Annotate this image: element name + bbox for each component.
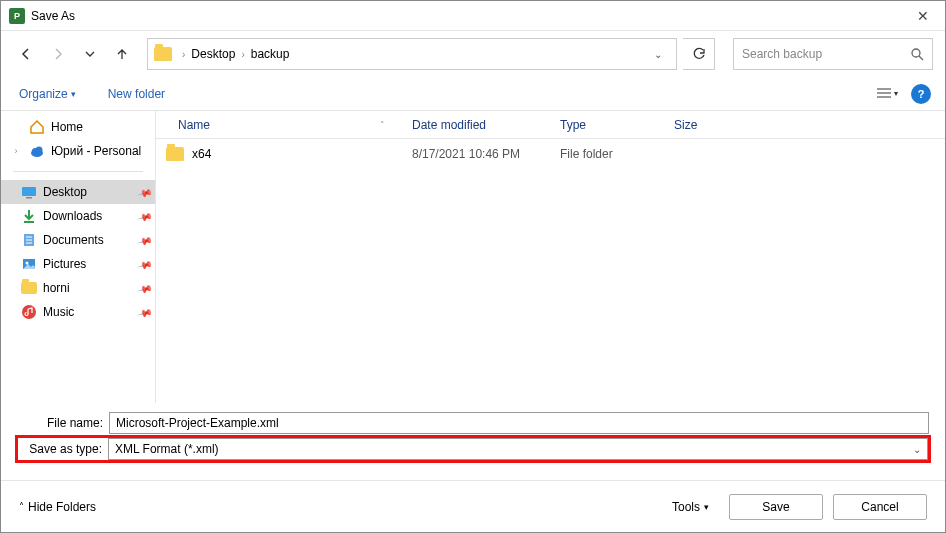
- sidebar-item-downloads[interactable]: Downloads 📌: [1, 204, 155, 228]
- file-name: x64: [192, 147, 211, 161]
- filename-label: File name:: [17, 416, 109, 430]
- up-button[interactable]: [109, 41, 135, 67]
- sidebar-item-label: Юрий - Personal: [51, 144, 141, 158]
- save-as-type-label: Save as type:: [18, 442, 108, 456]
- sidebar-item-label: Home: [51, 120, 83, 134]
- sidebar-item-label: Desktop: [43, 185, 87, 199]
- refresh-button[interactable]: [683, 38, 715, 70]
- organize-menu[interactable]: Organize▾: [15, 85, 80, 103]
- folder-icon: [154, 47, 172, 61]
- sidebar-item-label: Pictures: [43, 257, 86, 271]
- save-as-type-value: XML Format (*.xml): [115, 442, 219, 456]
- address-bar[interactable]: › Desktop › backup ⌄: [147, 38, 677, 70]
- document-icon: [21, 232, 37, 248]
- search-placeholder: Search backup: [742, 47, 822, 61]
- column-headers[interactable]: Name˄ Date modified Type Size: [156, 111, 945, 139]
- search-icon: [910, 47, 924, 61]
- file-date: 8/17/2021 10:46 PM: [402, 147, 550, 161]
- view-mode-button[interactable]: ▾: [873, 82, 901, 106]
- recent-dropdown-icon[interactable]: [77, 41, 103, 67]
- folder-icon: [21, 280, 37, 296]
- sidebar-item-pictures[interactable]: Pictures 📌: [1, 252, 155, 276]
- sidebar-item-documents[interactable]: Documents 📌: [1, 228, 155, 252]
- cancel-button[interactable]: Cancel: [833, 494, 927, 520]
- sidebar-item-music[interactable]: Music 📌: [1, 300, 155, 324]
- svg-point-0: [912, 49, 920, 57]
- svg-point-7: [36, 147, 43, 154]
- app-icon: P: [9, 8, 25, 24]
- sidebar-item-desktop[interactable]: Desktop 📌: [1, 180, 155, 204]
- svg-line-1: [919, 56, 923, 60]
- help-button[interactable]: ?: [911, 84, 931, 104]
- svg-rect-9: [26, 197, 32, 199]
- chevron-right-icon: ›: [239, 49, 246, 60]
- folder-icon: [166, 147, 184, 161]
- svg-point-16: [26, 262, 29, 265]
- sidebar-item-horni[interactable]: horni 📌: [1, 276, 155, 300]
- pin-icon: 📌: [137, 280, 153, 296]
- sidebar-item-label: Downloads: [43, 209, 102, 223]
- chevron-down-icon: ▾: [71, 89, 76, 99]
- new-folder-button[interactable]: New folder: [104, 85, 169, 103]
- column-date[interactable]: Date modified: [402, 118, 550, 132]
- svg-rect-8: [22, 187, 36, 196]
- tools-menu[interactable]: Tools ▾: [672, 500, 709, 514]
- sidebar-item-label: Music: [43, 305, 74, 319]
- cloud-icon: [29, 143, 45, 159]
- sidebar-item-personal[interactable]: › Юрий - Personal: [1, 139, 155, 163]
- sidebar-item-home[interactable]: Home: [1, 115, 155, 139]
- chevron-down-icon[interactable]: ⌄: [646, 49, 670, 60]
- sort-indicator-icon: ˄: [380, 120, 391, 130]
- breadcrumb-segment[interactable]: Desktop: [187, 45, 239, 63]
- breadcrumb-segment[interactable]: backup: [247, 45, 294, 63]
- file-row[interactable]: x64 8/17/2021 10:46 PM File folder: [156, 139, 945, 169]
- monitor-icon: [21, 184, 37, 200]
- save-button[interactable]: Save: [729, 494, 823, 520]
- sidebar: Home › Юрий - Personal Desktop 📌 Downloa…: [1, 111, 156, 403]
- home-icon: [29, 119, 45, 135]
- back-button[interactable]: [13, 41, 39, 67]
- filename-input[interactable]: [109, 412, 929, 434]
- chevron-right-icon: ›: [180, 49, 187, 60]
- sidebar-item-label: Documents: [43, 233, 104, 247]
- forward-button[interactable]: [45, 41, 71, 67]
- pictures-icon: [21, 256, 37, 272]
- chevron-right-icon[interactable]: ›: [11, 146, 21, 156]
- chevron-up-icon: ˄: [19, 501, 24, 512]
- window-title: Save As: [31, 9, 75, 23]
- column-type[interactable]: Type: [550, 118, 664, 132]
- chevron-down-icon: ⌄: [913, 444, 921, 455]
- close-icon[interactable]: ✕: [909, 4, 937, 28]
- sidebar-item-label: horni: [43, 281, 70, 295]
- hide-folders-toggle[interactable]: ˄ Hide Folders: [19, 500, 96, 514]
- save-as-type-select[interactable]: XML Format (*.xml) ⌄: [108, 438, 928, 460]
- file-type: File folder: [550, 147, 664, 161]
- svg-point-17: [22, 305, 36, 319]
- music-icon: [21, 304, 37, 320]
- download-icon: [21, 208, 37, 224]
- chevron-down-icon: ▾: [704, 502, 709, 512]
- pin-icon: 📌: [137, 256, 153, 272]
- pin-icon: 📌: [137, 184, 153, 200]
- column-size[interactable]: Size: [664, 118, 945, 132]
- column-name[interactable]: Name˄: [156, 118, 402, 132]
- pin-icon: 📌: [137, 232, 153, 248]
- search-input[interactable]: Search backup: [733, 38, 933, 70]
- pin-icon: 📌: [137, 304, 153, 320]
- pin-icon: 📌: [137, 208, 153, 224]
